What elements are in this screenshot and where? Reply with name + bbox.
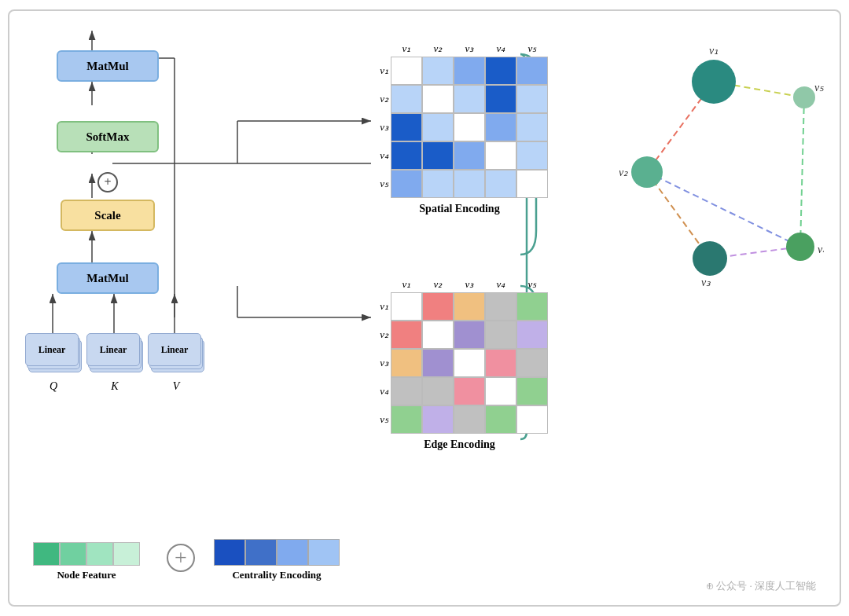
node-v1 — [692, 60, 736, 104]
node-v4-label: v₄ — [818, 244, 824, 255]
node-v3-label: v₃ — [701, 277, 711, 288]
matmul-top-label: MatMul — [86, 60, 128, 73]
matmul-top-box: MatMul — [57, 50, 159, 82]
node-v5-label: v₅ — [814, 82, 824, 94]
watermark-icon: ⊕ — [706, 580, 716, 592]
qkv-labels: Q K V — [25, 380, 214, 393]
node-v1-label: v₁ — [709, 45, 719, 57]
softmax-label: SoftMax — [86, 130, 130, 144]
node-v3 — [693, 241, 727, 276]
node-feature-label: Node Feature — [33, 569, 140, 581]
linear-v-box-front: Linear — [148, 333, 201, 366]
linear-q-stack: Linear Linear — [25, 333, 82, 376]
left-panel: MatMul SoftMax + Scale MatMul Linear Lin… — [25, 27, 214, 561]
edge-encoding-section: v₁ v₂ v₃ v₄ v₅ v₁ v₂ v₃ v₄ v₅ Edge Encod… — [371, 278, 548, 451]
scale-label: Scale — [94, 209, 120, 222]
watermark-text: 公众号 · 深度人工智能 — [716, 580, 816, 592]
matmul-bot-box: MatMul — [57, 262, 159, 294]
linear-q-label: Linear — [39, 344, 66, 356]
linear-v-label: Linear — [161, 344, 189, 356]
right-panel: v₁ v₂ v₃ v₄ v₅ — [619, 27, 824, 482]
spatial-encoding-section: v₁ v₂ v₃ v₄ v₅ v₁ v₂ v₃ v₄ v₅ Spatial En… — [371, 42, 548, 215]
v-label: V — [148, 380, 204, 393]
svg-line-22 — [647, 172, 800, 247]
graph-svg: v₁ v₂ v₃ v₄ v₅ — [619, 27, 824, 325]
watermark: ⊕ 公众号 · 深度人工智能 — [706, 579, 816, 593]
centrality-encoding-section: Centrality Encoding — [214, 539, 340, 581]
main-container: MatMul SoftMax + Scale MatMul Linear Lin… — [8, 9, 841, 607]
edge-encoding-title: Edge Encoding — [371, 438, 548, 451]
spatial-encoding-title: Spatial Encoding — [371, 203, 548, 215]
matmul-bot-label: MatMul — [86, 272, 128, 285]
scale-box: Scale — [61, 200, 155, 231]
node-v4 — [786, 233, 814, 261]
linear-k-stack: Linear — [86, 333, 143, 376]
node-v2 — [631, 156, 663, 188]
linear-v-stack: Linear — [148, 333, 204, 376]
bottom-plus: + — [167, 544, 195, 572]
centrality-label: Centrality Encoding — [214, 569, 340, 581]
q-label: Q — [25, 380, 82, 393]
node-v2-label: v₂ — [619, 167, 628, 178]
svg-line-21 — [800, 97, 804, 247]
k-label: K — [86, 380, 143, 393]
linear-q-box-front: Linear — [25, 333, 79, 366]
linear-k-label: Linear — [100, 344, 127, 356]
plus-circle: + — [97, 172, 118, 192]
linear-k-box-front: Linear — [86, 333, 140, 366]
node-v5 — [793, 86, 815, 108]
softmax-box: SoftMax — [57, 121, 159, 152]
linear-row: Linear Linear Linear Linear — [25, 333, 214, 376]
node-feature-section: Node Feature — [33, 542, 140, 581]
